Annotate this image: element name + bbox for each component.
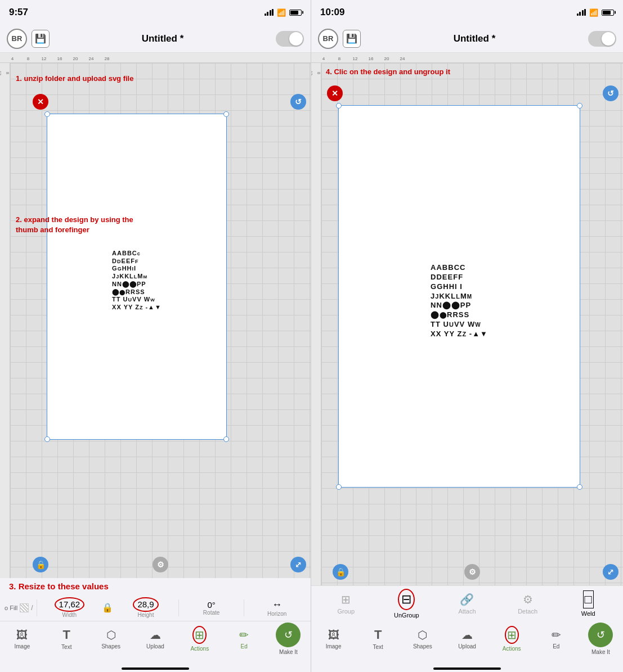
ungroup-label: UnGroup — [394, 612, 419, 619]
nav-actions-left[interactable]: ⊞ Actions — [186, 626, 214, 652]
group-item-ungroup[interactable]: ⊟ UnGroup — [391, 589, 422, 619]
time-right: 10:09 — [320, 7, 344, 18]
nav-upload-left[interactable]: ☁ Upload — [141, 628, 169, 650]
nav-upload-right[interactable]: ☁ Upload — [453, 628, 481, 650]
time-left: 9:57 — [9, 7, 28, 18]
lock-button-left[interactable]: 🔒 — [33, 557, 48, 572]
nav-makeit-label-right: Make It — [591, 649, 610, 655]
lock-button-right[interactable]: 🔒 — [333, 564, 348, 580]
canvas-content-left: 1. unzip folder and upload svg file ✕ ↺ … — [10, 63, 311, 578]
group-item-group[interactable]: ⊞ Group — [330, 593, 362, 615]
expand-button-left[interactable]: ⤢ — [290, 557, 306, 572]
height-value[interactable]: 28,9 — [137, 599, 154, 609]
fill-label: o Fill — [5, 605, 17, 611]
detach-label: Detach — [518, 608, 537, 615]
save-button-right[interactable]: 💾 — [343, 30, 361, 48]
fill-section: o Fill / — [5, 603, 33, 612]
design-image-right: AABBCC DDEEFF GGHHI I JJKKLLMM NN⬤⬤PP ⬤⬤… — [339, 106, 580, 487]
makeit-button-right[interactable]: ↺ — [588, 623, 613, 647]
nav-image-right[interactable]: 🖼 Image — [320, 629, 348, 650]
upload-icon-right: ☁ — [461, 628, 473, 642]
header-right-group: BR 💾 — [318, 29, 361, 49]
width-value[interactable]: 17,62 — [59, 599, 80, 609]
nav-shapes-left[interactable]: ⬡ Shapes — [97, 628, 125, 650]
flip-button-left[interactable]: ⚙ — [153, 557, 168, 572]
instruction-step4: 4. Clic on the design and ungroup it — [326, 67, 621, 76]
instruction-step2: 2. expand the design by using thethumb a… — [16, 215, 133, 235]
nav-text-left[interactable]: T Text — [52, 628, 80, 650]
fill-swatch[interactable] — [20, 603, 29, 612]
shapes-icon-right: ⬡ — [418, 628, 427, 642]
group-item-attach[interactable]: 🔗 Attach — [451, 593, 483, 615]
rotate-value[interactable]: 0° — [182, 600, 241, 610]
text-icon: T — [63, 628, 70, 642]
shapes-icon: ⬡ — [106, 628, 116, 642]
nav-actions-label-right: Actions — [503, 646, 521, 652]
nav-edit-left[interactable]: ✏ Ed — [230, 628, 258, 650]
nav-makeit-label-left: Make It — [279, 649, 298, 655]
group-item-detach[interactable]: ⚙ Detach — [512, 593, 544, 615]
nav-text-label-right: Text — [373, 644, 383, 650]
nav-actions-right[interactable]: ⊞ Actions — [497, 626, 526, 652]
status-icons-left: 📶 — [265, 8, 302, 17]
group-icon: ⊞ — [341, 593, 351, 606]
rotate-button-right[interactable]: ↺ — [603, 85, 618, 101]
nav-bar-left: 🖼 Image T Text ⬡ Shapes ☁ Upload ⊞ Actio… — [0, 621, 311, 661]
nav-upload-label: Upload — [146, 643, 164, 650]
nav-makeit-left[interactable]: ↺ Make It — [274, 623, 302, 655]
height-field: 28,9 Height — [116, 597, 175, 618]
left-phone-panel: 9:57 📶 BR 💾 Untitled * 4 8 — [0, 0, 311, 672]
save-button-left[interactable]: 💾 — [32, 30, 50, 48]
nav-edit-label-left: Ed — [241, 643, 248, 650]
rotate-field: 0° Rotate — [182, 600, 241, 616]
design-box-right[interactable]: AABBCC DDEEFF GGHHI I JJKKLLMM NN⬤⬤PP ⬤⬤… — [338, 105, 580, 488]
group-label: Group — [338, 608, 355, 615]
canvas-content-right: 4. Clic on the design and ungroup it ✕ ↺… — [321, 63, 623, 585]
design-image-left: AABBCc DDEEFF GGHHII JJKKLLMM NN⬤⬤PP ⬤⬤R… — [47, 114, 226, 439]
horizon-label: Horizon — [267, 611, 286, 617]
nav-image-label-right: Image — [326, 643, 342, 650]
nav-shapes-right[interactable]: ⬡ Shapes — [409, 628, 437, 650]
rotate-button-left[interactable]: ↺ — [290, 94, 306, 110]
br-button-left[interactable]: BR — [7, 29, 27, 49]
nav-image-label: Image — [15, 643, 30, 650]
design-box-left[interactable]: AABBCc DDEEFF GGHHII JJKKLLMM NN⬤⬤PP ⬤⬤R… — [47, 114, 227, 440]
canvas-area-left: 812162024283236 1. unzip folder and uplo… — [0, 63, 311, 578]
toggle-left[interactable] — [276, 31, 304, 47]
values-row: o Fill / 17,62 Width 🔒 28,9 Height 0° Ro… — [0, 594, 311, 621]
signal-icon — [265, 9, 274, 16]
instruction-step3-container: 3. Resize to these values — [0, 578, 311, 594]
signal-icon-right — [577, 9, 586, 16]
detach-icon: ⚙ — [523, 593, 533, 606]
rotate-label: Rotate — [203, 610, 219, 616]
attach-icon: 🔗 — [460, 593, 474, 606]
image-icon-right: 🖼 — [328, 629, 339, 642]
header-title-right: Untitled * — [454, 33, 496, 44]
nav-edit-right[interactable]: ✏ Ed — [542, 628, 570, 650]
group-toolbar: ⊞ Group ⊟ UnGroup 🔗 Attach ⚙ Detach □ We… — [311, 585, 623, 621]
nav-makeit-right[interactable]: ↺ Make It — [586, 623, 615, 655]
toggle-right[interactable] — [588, 31, 616, 47]
top-ruler-left: 4 8 12 16 20 24 28 — [0, 53, 311, 63]
instruction-step3: 3. Resize to these values — [9, 581, 302, 591]
nav-text-right[interactable]: T Text — [364, 628, 392, 650]
height-label: Height — [138, 612, 154, 618]
nav-image-left[interactable]: 🖼 Image — [8, 629, 36, 650]
left-ruler: 812162024283236 — [0, 63, 10, 578]
app-header-right: BR 💾 Untitled * — [311, 25, 623, 53]
close-button-right[interactable]: ✕ — [327, 85, 343, 101]
actions-icon-right: ⊞ — [507, 629, 517, 641]
text-icon-right: T — [374, 628, 382, 642]
wifi-icon-right: 📶 — [589, 8, 598, 17]
status-bar-right: 10:09 📶 — [311, 0, 623, 25]
close-button-left[interactable]: ✕ — [33, 94, 48, 110]
group-item-weld[interactable]: □ Weld — [572, 590, 604, 617]
image-icon: 🖼 — [16, 629, 28, 642]
br-button-right[interactable]: BR — [318, 29, 338, 49]
header-left-group: BR 💾 — [7, 29, 50, 49]
expand-button-right[interactable]: ⤢ — [603, 564, 618, 580]
flip-button-right[interactable]: ⚙ — [464, 564, 480, 580]
weld-icon: □ — [583, 590, 594, 608]
instruction-step1: 1. unzip folder and upload svg file — [16, 74, 133, 83]
makeit-button-left[interactable]: ↺ — [276, 623, 301, 647]
